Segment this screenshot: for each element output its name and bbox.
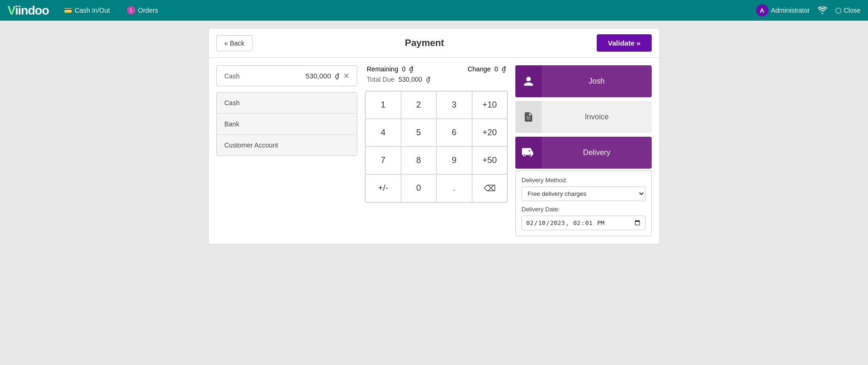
payment-right-panel: Josh Invoice Delivery (515, 65, 652, 236)
key-plus20[interactable]: +20 (472, 119, 508, 147)
delivery-method-label: Delivery Method: (521, 177, 646, 184)
key-4[interactable]: 4 (365, 119, 401, 147)
key-dot[interactable]: . (436, 174, 472, 202)
payment-methods-panel: Cash 530,000 ₫ ✕ Cash Bank Customer Acco… (216, 65, 357, 236)
cash-inout-nav[interactable]: 💳 Cash In/Out (60, 5, 114, 16)
total-row: Total Due 530,000 ₫ (365, 76, 508, 83)
logo: Viindoo (8, 3, 49, 18)
numpad-row-1: 1 2 3 +10 (365, 91, 507, 119)
key-6[interactable]: 6 (436, 119, 472, 147)
page-title: Payment (253, 38, 597, 48)
amount-value: 530,000 (306, 72, 331, 80)
key-7[interactable]: 7 (365, 147, 401, 174)
cash-icon: 💳 (64, 7, 72, 14)
customer-label: Josh (542, 65, 652, 97)
delivery-method-select[interactable]: Free delivery charges (521, 186, 646, 201)
invoice-button[interactable]: Invoice (515, 101, 652, 133)
key-plus50[interactable]: +50 (472, 147, 508, 174)
key-plus10[interactable]: +10 (472, 91, 508, 119)
selected-method-amount: 530,000 ₫ ✕ (306, 71, 349, 80)
logo-v: V (8, 3, 15, 17)
admin-label: Administrator (771, 7, 810, 14)
key-9[interactable]: 9 (436, 147, 472, 174)
main-content: « Back Payment Validate » Cash 530,000 ₫… (0, 21, 868, 365)
numpad-row-3: 7 8 9 +50 (365, 147, 507, 174)
change-value: 0 (494, 65, 498, 73)
change-label: Change 0 ₫ (468, 65, 506, 73)
payment-middle-panel: Remaining 0 ₫ Change 0 ₫ Total Due 530,0… (365, 65, 508, 236)
key-8[interactable]: 8 (401, 147, 437, 174)
validate-button[interactable]: Validate » (597, 34, 652, 52)
delivery-icon (515, 137, 542, 169)
numpad-row-4: +/- 0 . ⌫ (365, 174, 507, 202)
payment-body: Cash 530,000 ₫ ✕ Cash Bank Customer Acco… (209, 58, 659, 244)
orders-badge: 1 (127, 6, 135, 15)
remaining-text: Remaining (367, 65, 398, 73)
delivery-date-input[interactable] (521, 216, 646, 230)
total-due-label: Total Due (367, 76, 395, 83)
cash-inout-label: Cash In/Out (75, 7, 110, 14)
delivery-label: Delivery (542, 137, 652, 169)
orders-label: Orders (138, 7, 158, 14)
payment-option-bank[interactable]: Bank (217, 114, 357, 135)
back-button[interactable]: « Back (216, 35, 253, 51)
change-text: Change (468, 65, 491, 73)
numpad: 1 2 3 +10 4 5 6 +20 7 8 9 (365, 91, 508, 203)
clear-amount-button[interactable]: ✕ (343, 71, 349, 80)
selected-payment-method: Cash 530,000 ₫ ✕ (216, 65, 357, 86)
currency-symbol: ₫ (335, 72, 339, 80)
key-5[interactable]: 5 (401, 119, 437, 147)
key-3[interactable]: 3 (436, 91, 472, 119)
logo-rest: iindoo (15, 3, 49, 17)
close-label: Close (844, 7, 860, 14)
change-currency: ₫ (502, 65, 506, 73)
total-due-value: 530,000 ₫ (398, 76, 430, 83)
customer-icon (515, 65, 542, 97)
invoice-icon (515, 101, 542, 133)
key-2[interactable]: 2 (401, 91, 437, 119)
topnav-right: A Administrator ⬡ Close (756, 4, 860, 16)
delivery-details-panel: Delivery Method: Free delivery charges D… (515, 171, 652, 236)
delivery-date-label: Delivery Date: (521, 206, 646, 213)
customer-button[interactable]: Josh (515, 65, 652, 97)
admin-avatar: A (756, 4, 768, 16)
remaining-row: Remaining 0 ₫ Change 0 ₫ (365, 65, 508, 73)
remaining-currency: ₫ (409, 65, 413, 73)
total-amount: 530,000 (398, 76, 422, 83)
key-backspace[interactable]: ⌫ (472, 174, 508, 202)
payment-option-cash[interactable]: Cash (217, 93, 357, 114)
payment-options-list: Cash Bank Customer Account (216, 92, 357, 156)
payment-option-customer-account[interactable]: Customer Account (217, 135, 357, 155)
close-button[interactable]: ⬡ Close (835, 6, 860, 15)
orders-nav[interactable]: 1 Orders (123, 4, 162, 16)
numpad-row-2: 4 5 6 +20 (365, 119, 507, 147)
key-0[interactable]: 0 (401, 174, 437, 202)
selected-method-label: Cash (224, 72, 240, 80)
topnav: Viindoo 💳 Cash In/Out 1 Orders A Adminis… (0, 0, 868, 21)
delivery-button[interactable]: Delivery (515, 137, 652, 169)
total-currency: ₫ (426, 76, 430, 83)
invoice-label: Invoice (542, 101, 652, 133)
admin-menu[interactable]: A Administrator (756, 4, 810, 16)
payment-panel: « Back Payment Validate » Cash 530,000 ₫… (208, 28, 660, 244)
remaining-label: Remaining 0 ₫ (367, 65, 413, 73)
payment-header: « Back Payment Validate » (209, 29, 659, 58)
key-1[interactable]: 1 (365, 91, 401, 119)
key-plusminus[interactable]: +/- (365, 174, 401, 202)
remaining-value: 0 (402, 65, 406, 73)
wifi-icon (817, 7, 828, 14)
